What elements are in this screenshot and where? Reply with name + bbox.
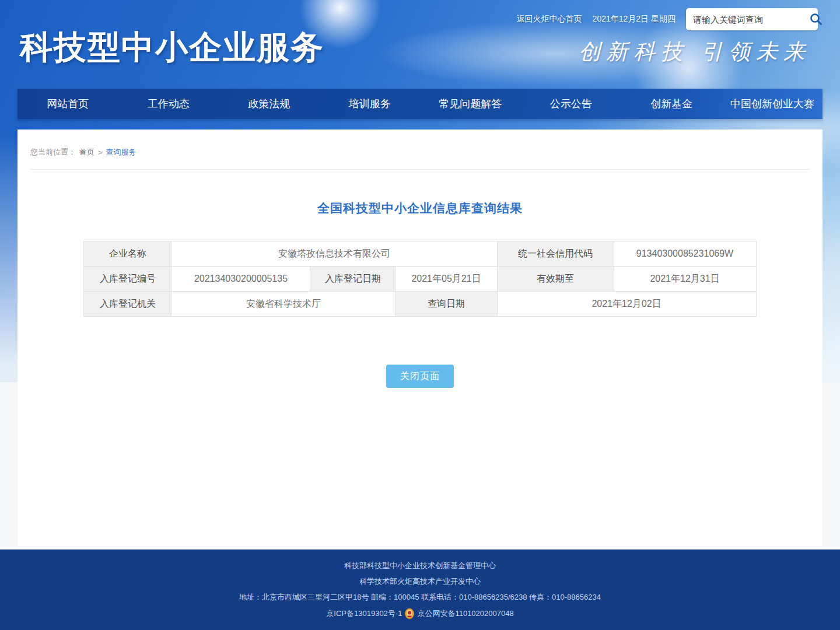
reg-date-value: 2021年05月21日 [396,267,497,292]
table-row-registration: 入库登记编号 202134030200005135 入库登记日期 2021年05… [84,267,756,292]
search-input[interactable] [693,15,809,24]
reg-authority-label: 入库登记机关 [84,292,172,317]
police-badge-icon [404,608,415,620]
nav-item-work-news[interactable]: 工作动态 [118,89,219,119]
query-date-value: 2021年12月02日 [497,292,756,317]
footer-record-line: 京ICP备13019302号-1 京公网安备11010202007048 [326,608,513,620]
icp-record-link[interactable]: 京ICP备13019302号-1 [326,608,402,619]
reg-authority-value: 安徽省科学技术厅 [172,292,396,317]
nav-item-innovation-competition[interactable]: 中国创新创业大赛 [722,89,823,119]
breadcrumb-current-link[interactable]: 查询服务 [106,147,136,158]
breadcrumb-prefix: 您当前位置： [30,147,76,158]
page-footer: 科技部科技型中小企业技术创新基金管理中心 科学技术部火炬高技术产业开发中心 地址… [0,550,840,630]
search-box [686,8,818,30]
breadcrumb-separator: > [98,148,103,157]
credit-code-value: 91340300085231069W [614,242,756,267]
credit-code-label: 统一社会信用代码 [497,242,614,267]
close-page-button[interactable]: 关闭页面 [386,365,454,388]
site-title: 科技型中小企业服务 [20,26,324,70]
company-name-label: 企业名称 [84,242,172,267]
nav-item-innovation-fund[interactable]: 创新基金 [621,89,722,119]
query-date-label: 查询日期 [396,292,497,317]
nav-item-training[interactable]: 培训服务 [320,89,421,119]
company-name-value: 安徽塔孜信息技术有限公司 [172,242,497,267]
torch-center-home-link[interactable]: 返回火炬中心首页 [517,14,582,24]
button-row: 关闭页面 [30,365,810,388]
main-navigation: 网站首页 工作动态 政策法规 培训服务 常见问题解答 公示公告 创新基金 中国创… [18,89,822,119]
nav-item-announcements[interactable]: 公示公告 [521,89,622,119]
reg-date-label: 入库登记日期 [310,267,396,292]
valid-until-label: 有效期至 [497,267,614,292]
nav-item-faq[interactable]: 常见问题解答 [420,89,521,119]
breadcrumb-home-link[interactable]: 首页 [79,147,94,158]
current-date: 2021年12月2日 星期四 [593,14,676,24]
footer-org-line2: 科学技术部火炬高技术产业开发中心 [359,576,481,587]
slogan-text: 创新科技 引领未来 [579,37,811,66]
breadcrumb: 您当前位置： 首页 > 查询服务 [30,130,810,170]
public-security-record-link[interactable]: 京公网安备11010202007048 [417,608,513,619]
page-title: 全国科技型中小企业信息库查询结果 [30,200,810,216]
valid-until-value: 2021年12月31日 [614,267,756,292]
table-row-company: 企业名称 安徽塔孜信息技术有限公司 统一社会信用代码 9134030008523… [84,242,756,267]
reg-number-label: 入库登记编号 [84,267,172,292]
header-toolbar: 返回火炬中心首页 2021年12月2日 星期四 [517,8,818,30]
table-row-authority: 入库登记机关 安徽省科学技术厅 查询日期 2021年12月02日 [84,292,756,317]
query-result-table: 企业名称 安徽塔孜信息技术有限公司 统一社会信用代码 9134030008523… [83,241,756,317]
search-icon [809,12,823,26]
nav-item-website-home[interactable]: 网站首页 [18,89,118,119]
footer-address-line: 地址：北京市西城区三里河二区甲18号 邮编：100045 联系电话：010-88… [239,592,601,603]
footer-org-line1: 科技部科技型中小企业技术创新基金管理中心 [344,561,496,571]
search-button[interactable] [809,10,823,28]
page-header: 科技型中小企业服务 返回火炬中心首页 2021年12月2日 星期四 创新科技 引… [0,0,840,89]
reg-number-value: 202134030200005135 [172,267,310,292]
content-panel: 您当前位置： 首页 > 查询服务 全国科技型中小企业信息库查询结果 企业名称 安… [18,130,822,546]
nav-item-policies[interactable]: 政策法规 [219,89,320,119]
